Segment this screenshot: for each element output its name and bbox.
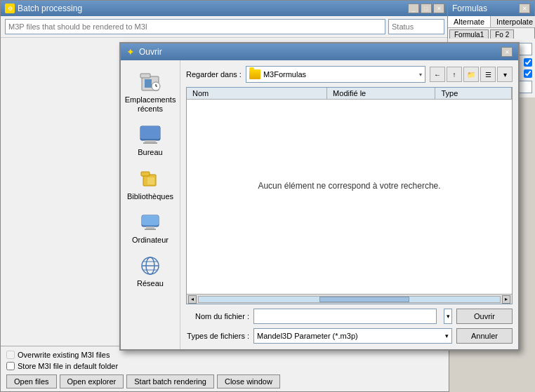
formulas-title: Formulas (452, 4, 487, 13)
svg-rect-14 (142, 215, 159, 225)
svg-rect-1 (140, 74, 150, 78)
store-label: Store M3I file in default folder (18, 362, 118, 370)
sidebar-item-computer[interactable]: Ordinateur (122, 206, 178, 250)
sidebar-label-recent: Emplacements récents (125, 95, 176, 114)
up-folder-button[interactable]: ↑ (447, 67, 462, 82)
formulas-titlebar: Formulas ✕ (448, 1, 534, 16)
overwrite-label: Overwrite existing M3I files (18, 351, 110, 359)
views-dropdown-button[interactable]: ▾ (497, 67, 513, 82)
dialog-titlebar-controls: ✕ (501, 47, 513, 57)
app-bottom: Overwrite existing M3I files Store M3I f… (1, 346, 404, 391)
new-folder-button[interactable]: 📁 (463, 67, 479, 82)
column-name[interactable]: Nom (187, 88, 327, 99)
maximize-button[interactable]: □ (421, 4, 432, 13)
formulas-tabs: Alternate Interpolate (448, 16, 534, 28)
dialog-titlebar: ✦ Ouvrir ✕ (121, 43, 518, 60)
filename-input[interactable] (253, 309, 437, 324)
dropdown-arrow-icon: ▾ (419, 72, 422, 78)
filetype-label: Types de fichiers : (186, 332, 249, 340)
file-input[interactable] (5, 19, 385, 34)
app-icon: ⚙ (5, 4, 15, 13)
cancel-button[interactable]: Annuler (456, 328, 513, 344)
titlebar-left: ⚙ Batch processing (5, 4, 82, 13)
sidebar-item-desktop[interactable]: Bureau (122, 119, 178, 162)
sidebar-item-recent[interactable]: Emplacements récents (122, 66, 178, 119)
folder-icon (249, 69, 260, 79)
filename-label: Nom du fichier : (186, 312, 249, 320)
filetype-select[interactable]: Mandel3D Parameter (*.m3p) ▾ (253, 328, 452, 344)
scrollbar-track[interactable] (198, 296, 501, 303)
column-modified[interactable]: Modifié le (327, 88, 435, 99)
formulas-tab-interpolate[interactable]: Interpolate (491, 16, 535, 27)
computer-icon (139, 211, 161, 234)
column-type[interactable]: Type (435, 88, 512, 99)
store-checkbox-row: Store M3I file in default folder (6, 360, 399, 372)
file-list-header: Nom Modifié le Type (187, 88, 512, 100)
dialog-title: Ouvrir (139, 47, 162, 57)
svg-rect-11 (141, 172, 150, 176)
filename-row: Nom du fichier : ▾ Ouvrir (186, 309, 513, 324)
dialog-main: Regarder dans : M3Formulas ▾ ← ↑ 📁 ☰ ▾ N… (180, 60, 518, 349)
app-titlebar: ⚙ Batch processing _ □ ✕ (1, 1, 449, 16)
filename-dropdown-arrow[interactable]: ▾ (444, 309, 452, 324)
dialog-close-button[interactable]: ✕ (501, 47, 513, 57)
scrollbar-thumb[interactable] (319, 297, 410, 302)
dialog-body: Emplacements récents Bureau (121, 60, 518, 349)
file-list-empty-message: Aucun élément ne correspond à votre rech… (187, 100, 512, 272)
filetype-dropdown-arrow-icon: ▾ (445, 332, 449, 339)
libraries-icon (139, 168, 161, 190)
network-icon (139, 255, 161, 277)
overwrite-checkbox[interactable] (6, 351, 15, 359)
close-button[interactable]: ✕ (433, 4, 444, 13)
svg-rect-12 (147, 177, 154, 184)
start-batch-button[interactable]: Start batch rendering (126, 374, 214, 388)
view-button[interactable]: ☰ (480, 67, 496, 82)
recent-icon (139, 71, 161, 93)
sidebar-label-computer: Ordinateur (132, 236, 169, 245)
scroll-right-button[interactable]: ▸ (502, 295, 510, 304)
svg-rect-9 (143, 142, 157, 144)
status-input[interactable] (388, 19, 444, 34)
desktop-icon (139, 123, 161, 146)
open-explorer-button[interactable]: Open explorer (60, 374, 124, 388)
sidebar-item-libraries[interactable]: Bibliothèques (122, 163, 178, 206)
sidebar-label-desktop: Bureau (138, 148, 162, 157)
dialog-titlebar-left: ✦ Ouvrir (126, 46, 162, 58)
back-button[interactable]: ← (430, 67, 445, 82)
open-button[interactable]: Ouvrir (456, 309, 513, 324)
horizontal-scrollbar[interactable]: ◂ ▸ (187, 294, 512, 304)
on-de-checkbox[interactable] (524, 58, 532, 67)
sidebar-label-network: Réseau (137, 279, 164, 288)
dialog-star-icon: ✦ (126, 46, 135, 58)
scroll-left-button[interactable]: ◂ (188, 295, 197, 304)
formulas-tab-alternate[interactable]: Alternate (448, 16, 491, 27)
titlebar-controls: _ □ ✕ (408, 4, 444, 13)
sidebar-item-network[interactable]: Réseau (122, 250, 178, 293)
open-files-button[interactable]: Open files (6, 374, 57, 388)
dialog-sidebar: Emplacements récents Bureau (121, 60, 180, 349)
store-checkbox[interactable] (6, 362, 15, 370)
svg-rect-7 (140, 126, 160, 139)
bottom-buttons: Open files Open explorer Start batch ren… (6, 374, 399, 388)
look-in-row: Regarder dans : M3Formulas ▾ ← ↑ 📁 ☰ ▾ (186, 66, 513, 83)
app-title: Batch processing (18, 4, 82, 13)
svg-rect-16 (145, 229, 156, 230)
formulas-close-button[interactable]: ✕ (519, 4, 530, 13)
folder-name-text: M3Formulas (263, 70, 416, 79)
open-dialog: ✦ Ouvrir ✕ Emplacem (119, 42, 520, 351)
file-input-row (1, 16, 449, 38)
svg-rect-15 (146, 227, 154, 229)
minimize-button[interactable]: _ (408, 4, 419, 13)
sidebar-label-libraries: Bibliothèques (127, 192, 173, 201)
filetype-value: Mandel3D Parameter (*.m3p) (257, 332, 358, 340)
look-in-label: Regarder dans : (186, 70, 242, 79)
toolbar-buttons: ← ↑ 📁 ☰ ▾ (430, 67, 513, 82)
overwrite-checkbox-row: Overwrite existing M3I files (6, 349, 399, 360)
random-checkbox[interactable] (524, 69, 532, 78)
close-window-button[interactable]: Close window (217, 374, 280, 388)
file-list-container: Nom Modifié le Type Aucun élément ne cor… (186, 87, 513, 304)
filetype-row: Types de fichiers : Mandel3D Parameter (… (186, 328, 513, 344)
scrollbar-area: ◂ ▸ (187, 294, 512, 304)
look-in-select[interactable]: M3Formulas ▾ (246, 66, 425, 83)
svg-rect-2 (145, 79, 152, 88)
